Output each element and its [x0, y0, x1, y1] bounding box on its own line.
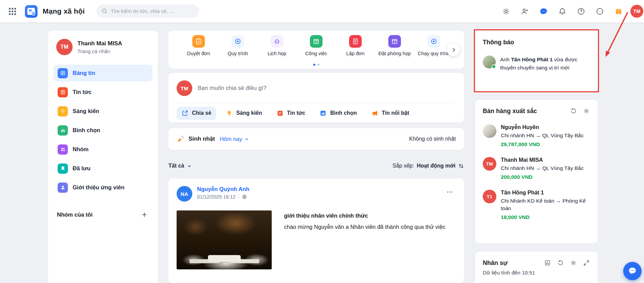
- action-label: Bình chọn: [330, 110, 357, 116]
- post-author-name[interactable]: Nguyễn Quỳnh Anh: [197, 186, 249, 192]
- gear-icon[interactable]: [570, 259, 577, 267]
- bookmark-icon: [58, 163, 68, 174]
- poll-button[interactable]: Bình chọn: [315, 107, 361, 120]
- poll-chart-icon: [58, 125, 68, 136]
- feed-post: NA Nguyễn Quỳnh Anh 01/12/2025 16:12 · g…: [168, 178, 464, 283]
- refresh-icon[interactable]: [570, 107, 577, 115]
- gear-icon[interactable]: [583, 107, 590, 115]
- left-sidebar: TM Thanh Mai MISA Trang cá nhân Bảng tin…: [48, 31, 158, 283]
- sidebar-item-news[interactable]: Tin tức: [54, 84, 152, 100]
- sales-avatar: [483, 124, 496, 138]
- sidebar-item-ideas[interactable]: Sáng kiến: [54, 103, 152, 120]
- post-timestamp: 01/12/2025 16:12: [197, 194, 236, 200]
- composer-avatar: TM: [177, 80, 192, 96]
- notifications-card: Thông báo Anh Tân Hồng Phát 1 vừa được t…: [475, 31, 598, 91]
- sales-card-header: Bán hàng xuất sắc: [483, 107, 590, 115]
- birthday-card: Sinh nhật Hôm nay Không có sinh nhật: [168, 128, 464, 150]
- post-body: chào mừng Nguyễn văn a Nhân viên đã thàn…: [284, 223, 445, 231]
- settings-gear-icon[interactable]: [499, 4, 513, 18]
- action-label: Chia sẻ: [192, 110, 211, 116]
- sales-item[interactable]: Nguyễn Huyền Chi nhánh HN → QL Vùng Tây …: [483, 124, 590, 147]
- post-text: giới thiệu nhân viên chính thức chào mừn…: [284, 210, 445, 269]
- sidebar-item-saved[interactable]: Đã lưu: [54, 160, 152, 177]
- sales-item[interactable]: TM Thanh Mai MISA Chi nhánh HN → QL Vùng…: [483, 157, 590, 180]
- news-button[interactable]: Tin tức: [272, 107, 310, 120]
- chat-fab-icon[interactable]: [623, 262, 642, 280]
- birthday-filter-value: Hôm nay: [220, 136, 242, 142]
- add-group-icon[interactable]: [140, 210, 149, 219]
- shortcut-room-booking[interactable]: Đặt phòng họp: [375, 35, 414, 56]
- share-icon: [181, 110, 189, 117]
- shortcut-label: Duyệt đơn: [187, 51, 210, 56]
- shortcut-tasks[interactable]: Công việc: [297, 35, 336, 56]
- messenger-chat-icon[interactable]: [537, 4, 550, 18]
- notification-person-name: Tân Hồng Phát 1: [511, 57, 553, 62]
- sidebar-item-polls[interactable]: Bình chọn: [54, 122, 152, 139]
- search-bar[interactable]: [96, 4, 199, 18]
- my-groups-label: Nhóm của tôi: [57, 211, 93, 218]
- post-image[interactable]: [177, 210, 272, 269]
- run-process-icon: [428, 35, 440, 48]
- shortcut-label: Lập đơn: [346, 51, 365, 56]
- shortcut-meeting-schedule[interactable]: Lịch họp: [257, 35, 297, 56]
- shortcut-process[interactable]: Quy trình: [218, 35, 257, 56]
- idea-bulb-icon: [58, 106, 68, 116]
- search-input[interactable]: [111, 8, 194, 14]
- profile-subtitle: Trang cá nhân: [77, 48, 122, 54]
- feed-filter-value: Tất cả: [168, 163, 184, 169]
- shortcut-create-request[interactable]: Lập đơn: [336, 35, 375, 56]
- composer-input[interactable]: TM Bạn muốn chia sẻ điều gì?: [177, 80, 456, 103]
- birthday-title: Sinh nhật: [189, 136, 215, 142]
- idea-button[interactable]: Sáng kiến: [221, 107, 267, 120]
- featured-news-button[interactable]: Tin nổi bật: [366, 107, 414, 120]
- post-more-icon[interactable]: [444, 186, 456, 198]
- sidebar-item-newsfeed[interactable]: Bảng tin: [54, 65, 152, 81]
- user-avatar[interactable]: TM: [630, 5, 643, 18]
- sort-value: Hoạt động mới: [417, 163, 455, 169]
- sales-leaderboard-card: Bán hàng xuất sắc Nguyễn Huyền Chi nhánh…: [475, 100, 598, 243]
- sidebar-item-label: Đã lưu: [73, 165, 90, 172]
- app-logo-icon[interactable]: [25, 5, 38, 18]
- sidebar-menu: Bảng tin Tin tức Sáng kiến Bình chọn: [54, 65, 152, 196]
- sales-amount: 200,000 VND: [501, 174, 584, 180]
- notifications-title: Thông báo: [483, 39, 590, 46]
- birthday-empty-text: Không có sinh nhật: [409, 136, 456, 142]
- rewards-gift-icon[interactable]: [612, 4, 625, 18]
- chart-icon[interactable]: [544, 259, 551, 267]
- birthday-filter-dropdown[interactable]: Hôm nay: [220, 136, 249, 142]
- post-author-avatar[interactable]: NA: [177, 186, 192, 202]
- notification-text: Anh Tân Hồng Phát 1 vừa được thuyên chuy…: [500, 56, 590, 72]
- referral-person-icon: [58, 183, 68, 193]
- create-request-icon: [349, 35, 362, 48]
- sales-avatar: TM: [483, 157, 496, 171]
- profile-avatar: TM: [56, 39, 73, 55]
- shortcut-label: Chạy quy trình: [418, 51, 450, 56]
- tasks-calendar-icon: [310, 35, 323, 48]
- my-groups-section: Nhóm của tôi: [54, 210, 152, 219]
- share-button[interactable]: Chia sẻ: [177, 107, 216, 120]
- notification-item[interactable]: Anh Tân Hồng Phát 1 vừa được thuyên chuy…: [483, 56, 590, 72]
- sidebar-item-groups[interactable]: Nhóm: [54, 141, 152, 158]
- header-actions: TM: [499, 4, 643, 18]
- process-target-icon: [231, 35, 244, 48]
- more-options-icon[interactable]: [593, 4, 606, 18]
- sales-title: Bán hàng xuất sắc: [483, 108, 537, 115]
- expand-icon[interactable]: [583, 259, 590, 267]
- sales-item[interactable]: T1 Tân Hồng Phát 1 Chi Nhánh KD Kế toán …: [483, 190, 590, 220]
- app-title: Mạng xã hội: [43, 7, 85, 15]
- carousel-dots[interactable]: [313, 64, 319, 66]
- action-label: Tin tức: [287, 110, 305, 116]
- help-icon[interactable]: [574, 4, 588, 18]
- feed-sort-dropdown[interactable]: Sắp xếp: Hoạt động mới: [392, 163, 464, 169]
- apps-grid-icon[interactable]: [7, 6, 18, 17]
- shortcut-label: Công việc: [305, 51, 327, 56]
- post-title: giới thiệu nhân viên chính thức: [284, 213, 445, 219]
- shortcut-approve-request[interactable]: Duyệt đơn: [179, 35, 218, 56]
- invite-user-icon[interactable]: [518, 4, 531, 18]
- notifications-bell-icon[interactable]: [555, 4, 569, 18]
- shortcuts-next-chevron-icon[interactable]: [447, 43, 460, 56]
- profile-card[interactable]: TM Thanh Mai MISA Trang cá nhân: [54, 39, 152, 59]
- feed-filter-all-dropdown[interactable]: Tất cả: [168, 163, 192, 169]
- sidebar-item-referrals[interactable]: Giới thiệu ứng viên: [54, 179, 152, 196]
- refresh-icon[interactable]: [557, 259, 564, 267]
